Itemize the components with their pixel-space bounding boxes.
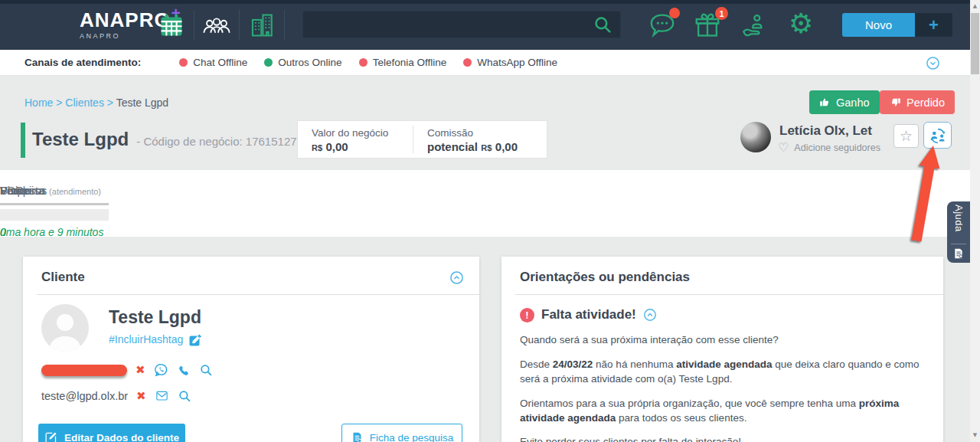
email-row: teste@lgpd.olx.br ✖ bbox=[41, 388, 479, 404]
vertical-scrollbar[interactable]: ▲ ▼ bbox=[970, 0, 980, 442]
guidance-card-title: Orientações ou pendências bbox=[520, 270, 690, 285]
transfer-client-button[interactable] bbox=[923, 122, 952, 149]
call-phone-icon[interactable] bbox=[178, 364, 191, 377]
edit-hashtag-icon[interactable] bbox=[188, 332, 202, 346]
alert-collapse-icon[interactable] bbox=[643, 308, 657, 322]
phone-row: ✖ bbox=[41, 362, 479, 378]
scrollbar-thumb[interactable] bbox=[971, 13, 979, 74]
help-doc-search-icon bbox=[952, 247, 965, 260]
heart-icon: ♡ bbox=[778, 142, 789, 154]
remove-email-icon[interactable]: ✖ bbox=[136, 391, 146, 402]
search-icon[interactable] bbox=[593, 15, 612, 34]
person-transfer-icon bbox=[929, 126, 947, 145]
alert-title: Falta atividade! bbox=[541, 307, 636, 322]
contacts-icon-svg bbox=[201, 14, 233, 38]
plus-icon: + bbox=[929, 15, 939, 35]
stage-segment bbox=[56, 209, 109, 221]
search-email-icon[interactable] bbox=[178, 389, 191, 403]
client-card-collapse-icon[interactable] bbox=[449, 270, 464, 285]
follower-name: Letícia Olx, Let bbox=[779, 123, 872, 139]
status-dot bbox=[463, 58, 472, 67]
guidance-paragraph: Orientamos para a sua própria organizaçã… bbox=[520, 397, 933, 426]
status-dot bbox=[359, 58, 368, 67]
gift-count-badge: 1 bbox=[715, 7, 728, 20]
top-header: ANAPRO+ ANAPRO bbox=[0, 0, 970, 50]
stage-segments bbox=[0, 209, 109, 221]
stage-segment bbox=[0, 209, 53, 221]
help-tab[interactable]: Ajuda bbox=[947, 201, 970, 263]
calendar-icon-svg bbox=[158, 12, 185, 38]
ficha-pesquisa-button[interactable]: Ficha de pesquisa bbox=[341, 424, 462, 442]
breadcrumb-home[interactable]: Home bbox=[24, 97, 53, 109]
channel-whatsapp: WhatsApp Offline bbox=[463, 57, 557, 68]
help-tab-label: Ajuda bbox=[953, 205, 965, 241]
perdido-button[interactable]: Perdido bbox=[880, 90, 955, 114]
scroll-down-icon[interactable]: ▼ bbox=[970, 429, 980, 442]
channels-collapse-icon[interactable] bbox=[926, 56, 940, 70]
guidance-paragraph: Quando será a sua próxima interação com … bbox=[520, 333, 933, 348]
alert-exclamation-icon: ! bbox=[520, 308, 534, 322]
favorite-button[interactable]: ☆ bbox=[893, 124, 919, 148]
star-icon: ☆ bbox=[900, 129, 913, 143]
phone-redaction bbox=[41, 365, 127, 376]
nav-divider bbox=[284, 10, 285, 41]
guidance-card: Orientações ou pendências ! Falta ativid… bbox=[501, 257, 943, 442]
client-email: teste@lgpd.olx.br bbox=[41, 390, 128, 402]
scroll-up-icon[interactable]: ▲ bbox=[970, 0, 980, 13]
calendar-icon[interactable] bbox=[149, 7, 194, 44]
client-avatar bbox=[41, 304, 89, 352]
status-dot bbox=[264, 58, 273, 67]
deal-code: - Código de negócio: 17615127 bbox=[136, 135, 296, 148]
deal-name: Teste Lgpd bbox=[32, 129, 129, 150]
novo-button[interactable]: Novo bbox=[842, 13, 915, 37]
chat-icon[interactable] bbox=[647, 10, 678, 44]
thumbs-up-icon bbox=[819, 97, 831, 108]
gift-icon[interactable]: 1 bbox=[693, 11, 722, 43]
client-card: Cliente Teste Lgpd #IncluirHashtag bbox=[23, 257, 479, 442]
research-form-icon bbox=[351, 431, 364, 442]
client-name: Teste Lgpd bbox=[109, 307, 202, 328]
send-email-icon[interactable] bbox=[155, 390, 169, 402]
ganho-button[interactable]: Ganho bbox=[809, 90, 880, 114]
deal-value-cell: Valor do negócio R$ 0,00 bbox=[298, 121, 413, 158]
pipeline-panel bbox=[0, 170, 970, 237]
deal-accent-bar bbox=[21, 123, 25, 158]
guidance-paragraph: Desde 24/03/22 não há nenhuma atividade … bbox=[520, 358, 933, 387]
header-nav bbox=[149, 7, 285, 44]
chat-notification-badge bbox=[669, 8, 680, 18]
channels-label: Canais de atendimento: bbox=[24, 57, 141, 68]
deal-title-row: Teste Lgpd - Código de negócio: 17615127 bbox=[32, 129, 297, 150]
referral-hand-icon[interactable] bbox=[740, 12, 768, 43]
stage-status: uma hora e 9 minutos bbox=[0, 226, 109, 238]
channel-outros: Outros Online bbox=[264, 57, 341, 68]
search-phone-icon[interactable] bbox=[199, 363, 213, 377]
stage-underline bbox=[0, 203, 109, 205]
screen: ANAPRO+ ANAPRO bbox=[0, 0, 980, 442]
hashtag-link[interactable]: #IncluirHashtag bbox=[109, 333, 183, 345]
guidance-paragraph: Evite perder seus clientes por falta de … bbox=[520, 435, 933, 442]
companies-icon[interactable] bbox=[240, 7, 284, 44]
companies-icon-svg bbox=[249, 12, 275, 38]
thumbs-down-icon bbox=[890, 97, 901, 108]
pipeline-stage-venda[interactable]: Venda bbox=[0, 184, 109, 226]
add-followers[interactable]: ♡ Adicione seguidores bbox=[778, 142, 880, 154]
edit-client-button[interactable]: Editar Dados do cliente bbox=[38, 424, 185, 442]
deal-values-box: Valor do negócio R$ 0,00 Comissão potenc… bbox=[297, 120, 547, 159]
breadcrumb-current: Teste Lgpd bbox=[116, 97, 169, 109]
whatsapp-icon[interactable] bbox=[154, 362, 169, 378]
gear-icon[interactable]: ⚙ bbox=[789, 10, 813, 38]
client-card-title: Cliente bbox=[41, 270, 85, 285]
channel-chat: Chat Offline bbox=[179, 57, 247, 68]
status-dot bbox=[179, 58, 188, 67]
add-new-button[interactable]: + bbox=[915, 13, 952, 37]
breadcrumb-clientes[interactable]: Clientes bbox=[65, 97, 104, 109]
contacts-icon[interactable] bbox=[194, 7, 239, 44]
search-input[interactable] bbox=[303, 11, 593, 38]
remove-phone-icon[interactable]: ✖ bbox=[136, 365, 145, 376]
channel-telefonia: Telefonia Offline bbox=[359, 57, 447, 68]
edit-icon bbox=[44, 431, 57, 442]
follower-avatar bbox=[740, 122, 771, 152]
global-search bbox=[302, 11, 621, 38]
deal-commission-cell: Comissão potencial R$ 0,00 bbox=[413, 121, 518, 158]
channels-bar: Canais de atendimento: Chat Offline Outr… bbox=[0, 50, 970, 76]
